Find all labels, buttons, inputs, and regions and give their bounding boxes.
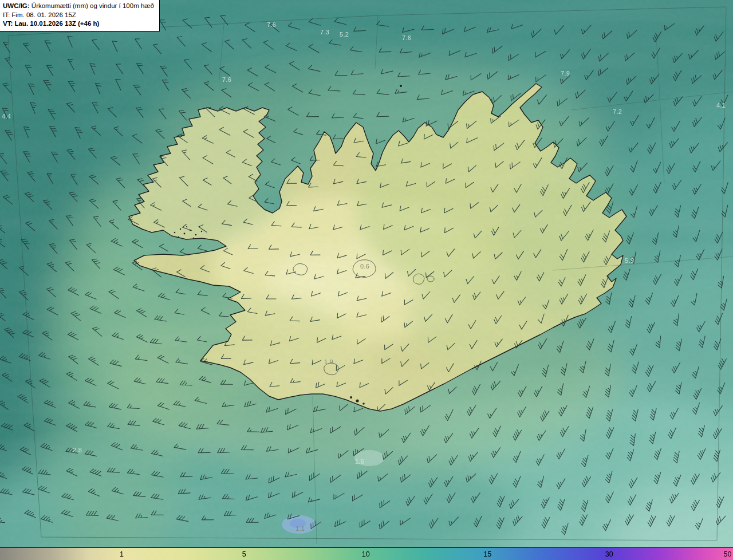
colorbar: 1 5 10 15 30 50 [0, 547, 733, 560]
product-code: UWC/IG: [3, 2, 30, 9]
weather-map-page: 7.6 7.6 7.3 5.2 7.6 7.9 7.2 4.1 4.4 5.9 … [0, 0, 733, 560]
weather-map [0, 0, 733, 560]
field-texture [0, 0, 733, 560]
colorbar-tick: 5 [242, 550, 246, 558]
colorbar-tick: 50 [724, 550, 732, 558]
colorbar-tick: 15 [483, 550, 491, 558]
title-line: UWC/IG: Úrkomumætti (mm) og vindur í 100… [3, 2, 154, 11]
colorbar-tick: 10 [362, 550, 370, 558]
colorbar-tick: 30 [605, 550, 613, 558]
init-time: IT: Fim. 08. 01. 2026 15Z [3, 11, 154, 20]
map-title: Úrkomumætti (mm) og vindur í 100m hæð [31, 2, 154, 9]
colorbar-tick: 1 [120, 550, 124, 558]
valid-time: VT: Lau. 10.01.2026 13Z (+46 h) [3, 19, 154, 29]
title-box: UWC/IG: Úrkomumætti (mm) og vindur í 100… [0, 0, 160, 31]
